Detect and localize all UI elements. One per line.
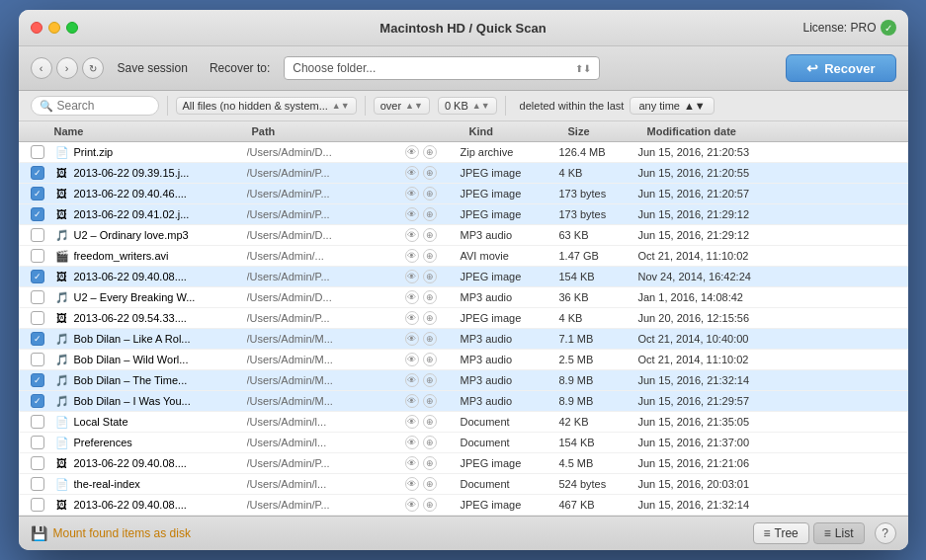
size-qualifier-select[interactable]: over ▲▼ <box>374 97 430 115</box>
info-icon[interactable]: ⊕ <box>423 498 437 512</box>
header-path[interactable]: Path <box>252 125 410 137</box>
info-icon[interactable]: ⊕ <box>423 270 437 283</box>
table-row[interactable]: 📄 Preferences /Users/Admin/l... 👁 ⊕ Docu… <box>19 433 908 453</box>
preview-icon[interactable]: 👁 <box>405 249 419 263</box>
row-path: /Users/Admin/P... <box>247 167 405 179</box>
table-row[interactable]: 🎬 freedom_writers.avi /Users/Admin/... 👁… <box>19 246 908 267</box>
preview-icon[interactable]: 👁 <box>405 477 419 491</box>
preview-icon[interactable]: 👁 <box>405 207 419 221</box>
preview-icon[interactable]: 👁 <box>405 187 419 200</box>
row-action-icons: 👁 ⊕ <box>405 145 461 159</box>
preview-icon[interactable]: 👁 <box>405 436 419 449</box>
header-name[interactable]: Name <box>54 125 252 137</box>
info-icon[interactable]: ⊕ <box>423 477 437 491</box>
row-checkbox[interactable] <box>31 498 44 512</box>
info-icon[interactable]: ⊕ <box>423 456 437 470</box>
preview-icon[interactable]: 👁 <box>405 270 419 283</box>
table-row[interactable]: 🖼 2013-06-22 09.54.33.... /Users/Admin/P… <box>19 308 908 329</box>
preview-icon[interactable]: 👁 <box>405 311 419 325</box>
info-icon[interactable]: ⊕ <box>423 166 437 180</box>
close-button[interactable] <box>31 22 42 34</box>
info-icon[interactable]: ⊕ <box>423 353 437 366</box>
table-row[interactable]: ✓ 🎵 Bob Dilan – Like A Rol... /Users/Adm… <box>19 329 908 350</box>
table-row[interactable]: ✓ 🖼 2013-06-22 09.41.02.j... /Users/Admi… <box>19 204 908 225</box>
preview-icon[interactable]: 👁 <box>405 145 419 159</box>
row-checkbox[interactable]: ✓ <box>31 332 44 346</box>
info-icon[interactable]: ⊕ <box>423 187 437 200</box>
info-icon[interactable]: ⊕ <box>423 290 437 304</box>
info-icon[interactable]: ⊕ <box>423 228 437 242</box>
table-row[interactable]: 🎵 U2 – Ordinary love.mp3 /Users/Admin/D.… <box>19 225 908 246</box>
info-icon[interactable]: ⊕ <box>423 373 437 387</box>
row-date: Jun 20, 2016, 12:15:56 <box>638 312 896 324</box>
table-row[interactable]: 📄 Print.zip /Users/Admin/D... 👁 ⊕ Zip ar… <box>19 142 908 163</box>
preview-icon[interactable]: 👁 <box>405 415 419 429</box>
row-checkbox[interactable]: ✓ <box>31 373 44 387</box>
row-kind: Zip archive <box>461 146 559 158</box>
preview-icon[interactable]: 👁 <box>405 498 419 512</box>
table-row[interactable]: ✓ 🖼 2013-06-22 09.39.15.j... /Users/Admi… <box>19 163 908 184</box>
info-icon[interactable]: ⊕ <box>423 145 437 159</box>
row-checkbox[interactable] <box>31 290 44 304</box>
row-checkbox[interactable] <box>31 456 44 470</box>
info-icon[interactable]: ⊕ <box>423 249 437 263</box>
info-icon[interactable]: ⊕ <box>423 394 437 408</box>
preview-icon[interactable]: 👁 <box>405 456 419 470</box>
table-row[interactable]: ✓ 🖼 2013-06-22 09.40.46.... /Users/Admin… <box>19 184 908 204</box>
table-row[interactable]: ✓ 🎵 Bob Dilan – I Was You... /Users/Admi… <box>19 391 908 412</box>
header-date[interactable]: Modification date <box>647 125 896 137</box>
info-icon[interactable]: ⊕ <box>423 436 437 449</box>
header-size[interactable]: Size <box>568 125 647 137</box>
row-checkbox[interactable] <box>31 436 44 449</box>
row-size: 4.5 MB <box>559 457 638 469</box>
row-checkbox[interactable]: ✓ <box>31 187 44 200</box>
row-checkbox[interactable] <box>31 477 44 491</box>
table-row[interactable]: 🎵 Bob Dilan – Wild Worl... /Users/Admin/… <box>19 350 908 370</box>
recover-button[interactable]: ↩ Recover <box>786 54 895 82</box>
row-checkbox[interactable] <box>31 353 44 366</box>
save-session-button[interactable]: Save session <box>112 59 194 77</box>
table-row[interactable]: ✓ 🎵 Bob Dilan – The Time... /Users/Admin… <box>19 370 908 391</box>
mount-button[interactable]: 💾 Mount found items as disk <box>31 525 191 541</box>
row-checkbox[interactable]: ✓ <box>31 394 44 408</box>
refresh-button[interactable]: ↻ <box>82 57 104 79</box>
row-checkbox[interactable]: ✓ <box>31 207 44 221</box>
row-checkbox[interactable] <box>31 228 44 242</box>
row-checkbox[interactable] <box>31 415 44 429</box>
preview-icon[interactable]: 👁 <box>405 394 419 408</box>
table-row[interactable]: 🖼 2013-06-22 09.40.08.... /Users/Admin/P… <box>19 495 908 516</box>
table-row[interactable]: 📄 Local State /Users/Admin/l... 👁 ⊕ Docu… <box>19 412 908 433</box>
preview-icon[interactable]: 👁 <box>405 166 419 180</box>
preview-icon[interactable]: 👁 <box>405 353 419 366</box>
row-checkbox[interactable] <box>31 145 44 159</box>
maximize-button[interactable] <box>66 22 78 34</box>
row-checkbox[interactable] <box>31 311 44 325</box>
back-button[interactable]: ‹ <box>31 57 52 79</box>
info-icon[interactable]: ⊕ <box>423 332 437 346</box>
row-checkbox[interactable]: ✓ <box>31 166 44 180</box>
table-row[interactable]: 📄 the-real-index /Users/Admin/l... 👁 ⊕ D… <box>19 474 908 495</box>
table-row[interactable]: 🖼 2013-06-22 09.40.08.... /Users/Admin/P… <box>19 453 908 474</box>
size-value-select[interactable]: 0 KB ▲▼ <box>438 97 497 115</box>
preview-icon[interactable]: 👁 <box>405 290 419 304</box>
preview-icon[interactable]: 👁 <box>405 332 419 346</box>
file-type-select[interactable]: All files (no hidden & system... ▲▼ <box>176 97 357 115</box>
header-kind[interactable]: Kind <box>469 125 568 137</box>
minimize-button[interactable] <box>48 22 60 34</box>
table-row[interactable]: 🎵 U2 – Every Breaking W... /Users/Admin/… <box>19 287 908 308</box>
forward-button[interactable]: › <box>56 57 78 79</box>
preview-icon[interactable]: 👁 <box>405 373 419 387</box>
folder-select[interactable]: Choose folder... ⬆⬇ <box>284 56 600 80</box>
list-view-button[interactable]: ≡ List <box>813 522 865 544</box>
info-icon[interactable]: ⊕ <box>423 311 437 325</box>
time-select[interactable]: any time ▲▼ <box>630 97 714 115</box>
table-row[interactable]: ✓ 🖼 2013-06-22 09.40.08.... /Users/Admin… <box>19 267 908 287</box>
search-input[interactable] <box>57 99 146 113</box>
help-button[interactable]: ? <box>875 522 896 544</box>
row-checkbox[interactable] <box>31 249 44 263</box>
info-icon[interactable]: ⊕ <box>423 207 437 221</box>
row-checkbox[interactable]: ✓ <box>31 270 44 283</box>
info-icon[interactable]: ⊕ <box>423 415 437 429</box>
preview-icon[interactable]: 👁 <box>405 228 419 242</box>
tree-view-button[interactable]: ≡ Tree <box>753 522 809 544</box>
